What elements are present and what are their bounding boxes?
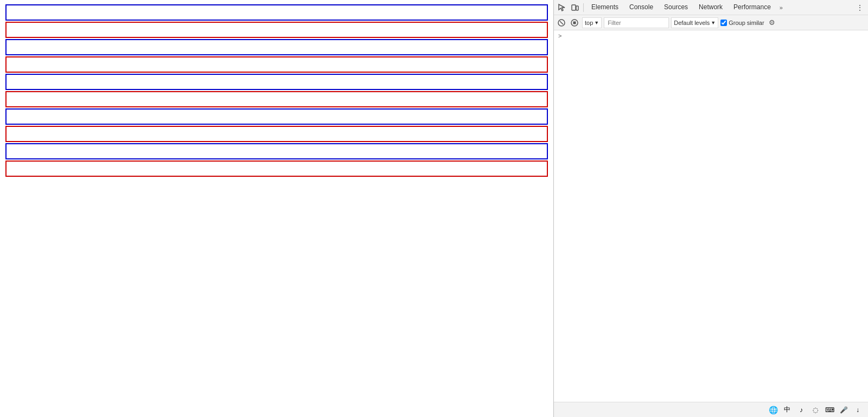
svg-rect-1 <box>576 6 578 10</box>
device-toolbar-icon[interactable] <box>569 2 581 14</box>
tab-performance[interactable]: Performance <box>728 0 776 15</box>
box-row-6 <box>5 91 548 107</box>
log-levels-selector[interactable]: Default levels ▼ <box>671 17 718 28</box>
box-row-3 <box>5 39 548 55</box>
system-tray-wifi-icon[interactable]: ◌ <box>809 404 821 416</box>
more-tabs-button[interactable]: » <box>776 0 786 15</box>
devtools-panel: Elements Console Sources Network Perform… <box>553 0 868 417</box>
devtools-right-icons: ⋮ <box>854 2 866 14</box>
tab-console[interactable]: Console <box>624 0 659 15</box>
box-row-9 <box>5 143 548 159</box>
console-settings-icon[interactable]: ⚙ <box>767 17 777 28</box>
svg-line-3 <box>560 21 563 24</box>
devtools-bottom-bar: 🌐 中 ♪ ◌ ⌨ 🎤 ↓ <box>554 402 868 417</box>
context-dropdown-arrow: ▼ <box>594 20 599 25</box>
svg-rect-0 <box>572 5 576 10</box>
box-row-2 <box>5 22 548 38</box>
system-tray-globe-icon[interactable]: 🌐 <box>767 404 779 416</box>
devtools-tab-list: Elements Console Sources Network Perform… <box>586 0 853 15</box>
tab-sources[interactable]: Sources <box>659 0 693 15</box>
system-tray-lang-icon[interactable]: 中 <box>781 404 793 416</box>
tab-elements[interactable]: Elements <box>586 0 624 15</box>
clear-console-icon[interactable] <box>556 17 567 28</box>
console-expand-chevron[interactable]: > <box>556 31 564 40</box>
console-toolbar: top ▼ Default levels ▼ Group similar ⚙ <box>554 15 868 30</box>
toolbar-separator-1 <box>583 3 584 12</box>
box-row-10 <box>5 161 548 177</box>
levels-dropdown-arrow: ▼ <box>711 20 716 25</box>
devtools-tabs-bar: Elements Console Sources Network Perform… <box>554 0 868 15</box>
box-row-5 <box>5 74 548 90</box>
box-row-4 <box>5 56 548 73</box>
console-output: > <box>554 30 868 402</box>
system-tray-mic-icon[interactable]: 🎤 <box>838 404 850 416</box>
system-tray-music-icon[interactable]: ♪ <box>795 404 807 416</box>
group-similar-label[interactable]: Group similar <box>720 20 764 26</box>
system-tray-download-icon[interactable]: ↓ <box>852 404 864 416</box>
system-tray-keyboard-icon[interactable]: ⌨ <box>824 404 835 416</box>
svg-rect-5 <box>573 21 576 24</box>
box-row-7 <box>5 108 548 125</box>
tab-network[interactable]: Network <box>693 0 728 15</box>
stop-icon[interactable] <box>569 17 580 28</box>
group-similar-checkbox[interactable] <box>720 20 727 26</box>
main-page-area <box>0 0 553 417</box>
customize-devtools-icon[interactable]: ⋮ <box>854 2 866 14</box>
console-filter-input[interactable] <box>604 17 669 28</box>
context-selector[interactable]: top ▼ <box>582 17 602 28</box>
box-row-1 <box>5 4 548 21</box>
inspect-element-icon[interactable] <box>556 2 568 14</box>
box-row-8 <box>5 126 548 142</box>
